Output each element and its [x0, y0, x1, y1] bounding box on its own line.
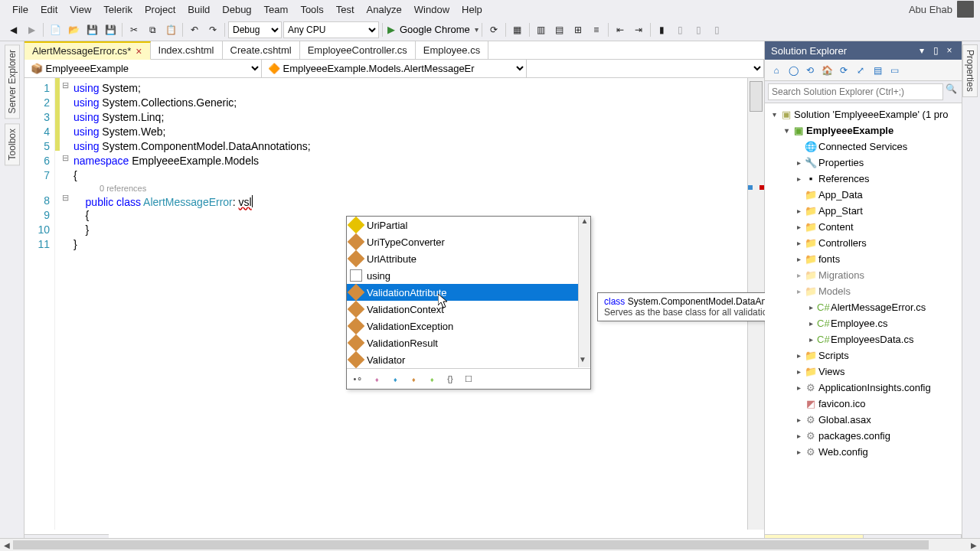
- expand-icon[interactable]: ▾: [782, 126, 791, 135]
- tree-node[interactable]: ▾▣Solution 'EmplyeeeExample' (1 pro: [765, 106, 962, 122]
- tree-node[interactable]: ▸📁Views: [765, 364, 962, 380]
- configuration-select[interactable]: Debug: [228, 21, 282, 38]
- expand-icon[interactable]: ▸: [794, 367, 803, 376]
- tree-node[interactable]: ▸⚙Global.asax: [765, 412, 962, 428]
- tree-node[interactable]: ◩favicon.ico: [765, 396, 962, 412]
- member-scope-select[interactable]: [527, 60, 764, 77]
- paste-button[interactable]: 📋: [162, 21, 179, 38]
- tree-node[interactable]: 🌐Connected Services: [765, 139, 962, 155]
- tree-node[interactable]: ▸📁App_Start: [765, 203, 962, 219]
- start-debugging-button[interactable]: ▶: [387, 24, 395, 35]
- filter-enums-icon[interactable]: {}: [443, 372, 457, 386]
- tree-node[interactable]: ▸📁Models: [765, 283, 962, 299]
- menu-help[interactable]: Help: [456, 2, 488, 17]
- showall-icon[interactable]: 🏠: [820, 64, 834, 77]
- save-button[interactable]: 💾: [83, 21, 100, 38]
- open-file-button[interactable]: 📂: [65, 21, 82, 38]
- tree-node[interactable]: ▸📁Scripts: [765, 347, 962, 364]
- nav-fwd-button[interactable]: ▶: [23, 21, 40, 38]
- tab-create[interactable]: Create.cshtml: [223, 41, 300, 59]
- tree-node[interactable]: ▸📁fonts: [765, 251, 962, 267]
- expand-icon[interactable]: ▸: [806, 335, 815, 344]
- menu-edit[interactable]: Edit: [34, 2, 64, 17]
- expand-icon[interactable]: ▸: [794, 287, 803, 295]
- toolbar-icon[interactable]: ≡: [588, 21, 605, 38]
- toolbar-icon[interactable]: ▥: [533, 21, 550, 38]
- intellisense-item[interactable]: ValidationResult: [347, 334, 590, 351]
- comment-icon[interactable]: ▮: [654, 21, 671, 38]
- menu-file[interactable]: File: [6, 2, 34, 17]
- intellisense-item[interactable]: ValidationAttribute: [347, 284, 590, 301]
- menu-tools[interactable]: Tools: [294, 2, 329, 17]
- expand-icon[interactable]: ▸: [794, 271, 803, 279]
- tree-node[interactable]: ▾▣EmplyeeeExample: [765, 122, 962, 139]
- solution-search-input[interactable]: [768, 83, 943, 100]
- tab-alertmessageerror[interactable]: AlertMessageError.cs* ×: [24, 41, 151, 60]
- redo-button[interactable]: ↷: [204, 21, 221, 38]
- expand-icon[interactable]: ▸: [794, 207, 803, 215]
- filter-structs-icon[interactable]: ⬧: [425, 372, 439, 386]
- sync-icon[interactable]: ⟲: [803, 64, 817, 77]
- toolbox-tab[interactable]: Toolbox: [5, 123, 20, 165]
- tree-node[interactable]: ▸C#EmployeesData.cs: [765, 331, 962, 347]
- expand-icon[interactable]: ▸: [806, 319, 815, 328]
- close-icon[interactable]: ×: [136, 45, 142, 57]
- intellisense-item[interactable]: ValidationException: [347, 318, 590, 334]
- intellisense-filter-bar[interactable]: •⚬ ⬧ ⬧ ⬧ ⬧ {} ☐: [347, 368, 590, 389]
- menu-window[interactable]: Window: [408, 2, 456, 17]
- toolbar-icon[interactable]: ▤: [551, 21, 568, 38]
- bookmark-icon[interactable]: ▯: [691, 21, 707, 38]
- intellisense-item[interactable]: ValidationContext: [347, 301, 590, 318]
- collapse-icon[interactable]: ⤢: [854, 64, 867, 77]
- code-editor[interactable]: 1234567 891011 ⊟ ⊟⊟ using System;using S…: [24, 78, 764, 530]
- home-icon[interactable]: ⌂: [769, 64, 783, 77]
- toolbar-icon[interactable]: ▦: [509, 21, 526, 38]
- signed-in-user[interactable]: Abu Ehab: [909, 4, 952, 15]
- filter-classes-icon[interactable]: ⬧: [407, 372, 420, 386]
- start-target-label[interactable]: Google Chrome: [400, 24, 470, 35]
- intellisense-item[interactable]: UrlAttribute: [347, 250, 590, 267]
- tree-node[interactable]: 📁App_Data: [765, 187, 962, 203]
- toolbar-icon[interactable]: ⊞: [570, 21, 586, 38]
- cut-button[interactable]: ✂: [126, 21, 142, 38]
- search-icon[interactable]: 🔍: [943, 83, 959, 100]
- expand-icon[interactable]: ▸: [794, 416, 803, 424]
- intellisense-item[interactable]: using: [347, 267, 590, 284]
- properties-icon[interactable]: ▤: [871, 64, 884, 77]
- tab-index[interactable]: Index.cshtml: [151, 41, 223, 59]
- toolbar-icon[interactable]: ▯: [709, 21, 726, 38]
- server-explorer-tab[interactable]: Server Explorer: [5, 44, 20, 119]
- tab-employeecontroller[interactable]: EmployeeController.cs: [300, 41, 416, 59]
- expand-icon[interactable]: ▸: [806, 303, 815, 311]
- save-all-button[interactable]: 💾: [102, 21, 119, 38]
- indent-right-icon[interactable]: ⇥: [630, 21, 647, 38]
- copy-button[interactable]: ⧉: [144, 21, 161, 38]
- expand-icon[interactable]: ▸: [794, 383, 803, 392]
- expand-icon[interactable]: ▸: [794, 158, 803, 167]
- platform-select[interactable]: Any CPU: [283, 21, 379, 38]
- solution-hscroll[interactable]: ◀▶: [0, 538, 980, 551]
- tree-node[interactable]: ▸C#AlertMessageError.cs: [765, 299, 962, 315]
- tree-node[interactable]: ▸📁Controllers: [765, 235, 962, 251]
- filter-methods-icon[interactable]: ⬧: [370, 372, 384, 386]
- solution-tree[interactable]: ▾▣Solution 'EmplyeeeExample' (1 pro▾▣Emp…: [765, 103, 962, 534]
- tree-node[interactable]: ▸▪References: [765, 171, 962, 187]
- tree-node[interactable]: ▸C#Employee.cs: [765, 315, 962, 331]
- intellisense-item[interactable]: UriTypeConverter: [347, 233, 590, 250]
- expand-icon[interactable]: ▸: [794, 432, 803, 440]
- filter-keywords-icon[interactable]: ☐: [462, 372, 475, 386]
- panel-menu-icon[interactable]: ▾: [916, 45, 928, 56]
- expand-icon[interactable]: ▸: [794, 255, 803, 263]
- pin-icon[interactable]: ▯: [929, 45, 942, 56]
- tree-node[interactable]: ▸⚙packages.config: [765, 428, 962, 444]
- tree-node[interactable]: ▸📁Content: [765, 219, 962, 235]
- refresh-icon[interactable]: ⟳: [485, 21, 502, 38]
- expand-icon[interactable]: ▸: [794, 239, 803, 247]
- menu-telerik[interactable]: Telerik: [97, 2, 139, 17]
- tree-node[interactable]: ▸📁Migrations: [765, 267, 962, 283]
- tree-node[interactable]: ▸⚙ApplicationInsights.config: [765, 380, 962, 396]
- tree-node[interactable]: ▸🔧Properties: [765, 155, 962, 171]
- indent-left-icon[interactable]: ⇤: [612, 21, 629, 38]
- menu-view[interactable]: View: [64, 2, 97, 17]
- close-icon[interactable]: ×: [943, 45, 956, 56]
